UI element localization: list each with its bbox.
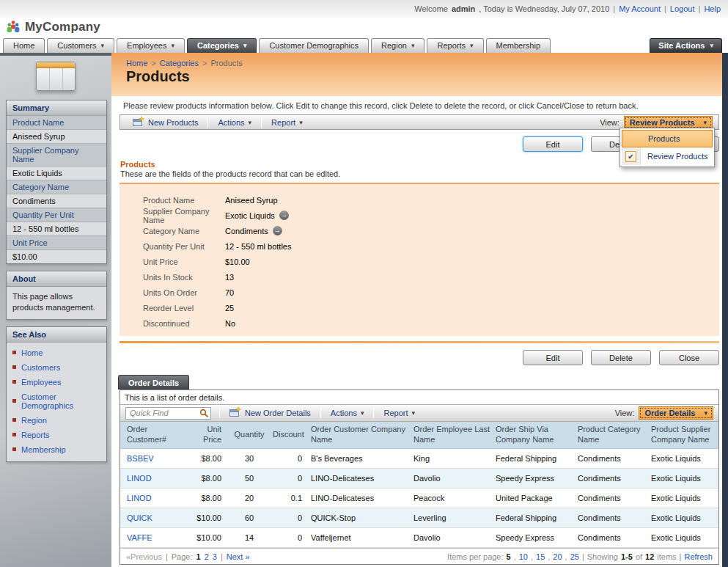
close-button[interactable]: Close — [659, 350, 719, 365]
right-edge-strip — [722, 53, 728, 567]
breadcrumb-categories[interactable]: Categories — [160, 59, 199, 67]
report-menu-button[interactable]: Report▾ — [265, 118, 309, 127]
quick-find-input[interactable] — [125, 407, 211, 420]
column-header[interactable]: Product Supplier Company Name — [648, 422, 718, 448]
logout-link[interactable]: Logout — [670, 4, 695, 13]
delete-button[interactable]: Delete — [591, 350, 651, 365]
view-selector-button[interactable]: Order Details▾ — [639, 406, 713, 420]
search-icon[interactable] — [199, 409, 209, 420]
toolbar-separator — [320, 408, 321, 418]
see-also-list: Home Customers Employees Customer Demogr… — [7, 343, 106, 461]
tab-customer-demographics[interactable]: Customer Demographics — [259, 38, 369, 53]
page-size-link[interactable]: 25 — [570, 552, 579, 561]
tab-home[interactable]: Home — [3, 38, 45, 53]
see-also-link-customers[interactable]: Customers — [7, 360, 106, 375]
table-cell: 20 — [229, 488, 270, 508]
table-cell: $8.00 — [185, 488, 229, 508]
see-also-link-reports[interactable]: Reports — [7, 428, 106, 442]
new-products-button[interactable]: New Products — [126, 117, 205, 128]
site-actions-button[interactable]: Site Actions▾ — [650, 38, 722, 53]
edit-button[interactable]: Edit — [523, 350, 583, 365]
field-label: Reorder Level — [143, 304, 225, 312]
report-menu-button[interactable]: Report▾ — [377, 409, 422, 417]
navigate-arrow-icon[interactable]: → — [279, 211, 289, 220]
bullet-icon — [12, 399, 16, 403]
order-details-tab[interactable]: Order Details — [118, 375, 189, 389]
breadcrumb-separator: > — [151, 59, 155, 67]
see-also-link-employees[interactable]: Employees — [7, 375, 106, 389]
refresh-link[interactable]: Refresh — [684, 552, 713, 561]
see-also-link-region[interactable]: Region — [7, 413, 106, 428]
table-cell: Speedy Express — [493, 468, 575, 488]
link-label: Region — [21, 416, 47, 425]
items-per-page-label: Items per page: — [447, 552, 503, 561]
menu-item-review-products[interactable]: ✔ Review Products — [622, 147, 713, 165]
order-customer-link[interactable]: BSBEV — [120, 448, 185, 468]
actions-menu-button[interactable]: Actions▾ — [324, 409, 371, 417]
column-header[interactable]: Order Customer Company Name — [308, 422, 411, 448]
separator: | — [582, 552, 584, 561]
column-header[interactable]: Discount — [270, 422, 308, 448]
chevron-down-icon: ▾ — [101, 42, 105, 49]
order-details-caption: This is a list of order details. — [120, 390, 718, 404]
next-page-link[interactable]: Next » — [227, 552, 250, 561]
link-label: Customer Demographics — [21, 392, 100, 410]
chevron-down-icon: ▾ — [411, 42, 415, 49]
column-header[interactable]: Product Category Name — [575, 422, 648, 448]
items-label: items — [657, 552, 676, 561]
table-cell: $8.00 — [185, 448, 229, 468]
view-selector-button[interactable]: Review Products▾ — [624, 116, 713, 129]
column-header[interactable]: Order Ship Via Company Name — [493, 422, 575, 448]
chevron-down-icon: ▾ — [171, 42, 174, 49]
see-also-link-membership[interactable]: Membership — [7, 442, 106, 457]
new-order-details-button[interactable]: New Order Details — [223, 407, 317, 419]
actions-menu-button[interactable]: Actions▾ — [211, 118, 258, 127]
edit-button[interactable]: Edit — [523, 136, 583, 152]
menu-item-label: Review Products — [641, 147, 708, 165]
column-header[interactable]: Quantity — [229, 422, 270, 448]
order-customer-link[interactable]: LINOD — [120, 488, 185, 508]
tab-employees[interactable]: Employees▾ — [117, 38, 185, 53]
column-header[interactable]: Unit Price — [185, 422, 229, 448]
field-value: 25 — [225, 304, 234, 312]
order-customer-link[interactable]: VAFFE — [120, 527, 185, 547]
table-cell: $10.00 — [185, 508, 229, 527]
order-customer-link[interactable]: LINOD — [120, 468, 185, 488]
pagination-bar: «Previous | Page: 1 2 3 | Next » Items p… — [120, 548, 718, 564]
table-row: QUICK$10.00600QUICK-StopLeverlingFederal… — [120, 508, 718, 527]
company-name[interactable]: MyCompany — [25, 20, 100, 34]
see-also-link-home[interactable]: Home — [7, 345, 106, 360]
summary-label: Supplier Company Name — [7, 144, 106, 167]
column-header[interactable]: Order Customer# — [120, 422, 185, 448]
breadcrumb-home[interactable]: Home — [126, 59, 147, 67]
page-size-link[interactable]: 15 — [536, 552, 545, 561]
help-link[interactable]: Help — [704, 4, 721, 13]
username: admin — [452, 4, 475, 13]
summary-label: Quantity Per Unit — [7, 208, 106, 222]
menu-item-products[interactable]: Products — [622, 130, 713, 147]
table-cell: 50 — [229, 468, 270, 488]
checkmark-icon: ✔ — [625, 151, 636, 162]
link-label: Customers — [21, 363, 60, 372]
column-header[interactable]: Order Employee Last Name — [411, 422, 493, 448]
tab-region[interactable]: Region▾ — [371, 38, 424, 53]
tab-label: Region — [381, 41, 407, 50]
tab-customers[interactable]: Customers▾ — [47, 38, 114, 53]
order-customer-link[interactable]: QUICK — [120, 508, 185, 527]
navigate-arrow-icon[interactable]: → — [273, 226, 282, 235]
main-navigation: Home Customers▾ Employees▾ Categories▾ C… — [0, 37, 728, 53]
tab-categories[interactable]: Categories▾ — [187, 38, 257, 53]
table-row: VAFFE$10.00140VaffeljernetDavolioSpeedy … — [120, 527, 718, 547]
page-number-link[interactable]: 3 — [213, 552, 217, 561]
field-label: Units On Order — [143, 288, 225, 297]
tab-membership[interactable]: Membership — [486, 38, 551, 53]
view-selected-value: Order Details — [644, 409, 695, 417]
page-size-link[interactable]: 20 — [553, 552, 562, 561]
company-logo-icon[interactable] — [6, 20, 21, 34]
my-account-link[interactable]: My Account — [619, 4, 661, 13]
chevron-down-icon: ▾ — [243, 42, 247, 49]
page-size-link[interactable]: 10 — [519, 552, 528, 561]
page-number-link[interactable]: 2 — [205, 552, 209, 561]
see-also-link-customer-demographics[interactable]: Customer Demographics — [7, 389, 106, 413]
tab-reports[interactable]: Reports▾ — [427, 38, 483, 53]
